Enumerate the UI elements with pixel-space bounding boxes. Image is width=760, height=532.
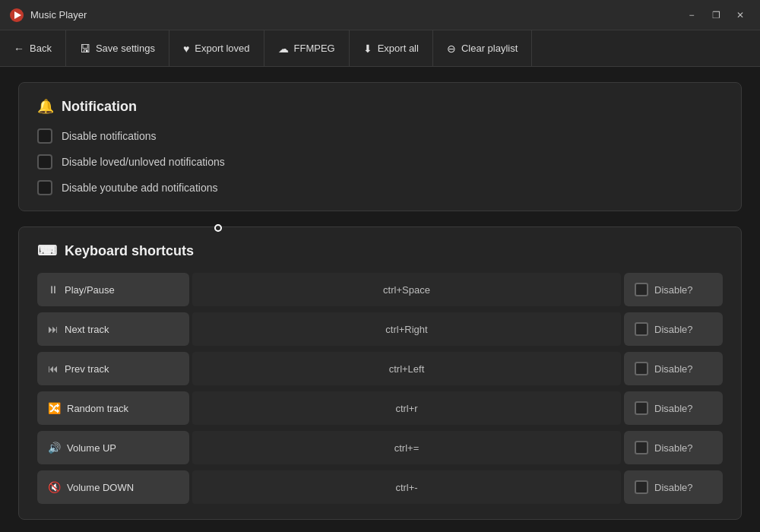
disable-notifications-label: Disable notifications [62,130,157,142]
export-loved-button[interactable]: ♥ Export loved [169,30,264,66]
main-content: 🔔 Notification Disable notifications Dis… [0,67,760,532]
heart-icon: ♥ [183,43,189,55]
shortcut-row-volume-up: 🔊 Volume UP ctrl+= Disable? [37,431,723,464]
title-bar-left: Music Player [9,8,87,23]
disable-loved-row: Disable loved/unloved notifications [37,154,723,169]
next-track-key: ctrl+Right [192,312,621,346]
back-label: Back [30,43,52,54]
play-pause-disable-label: Disable? [654,284,693,296]
volume-up-disable[interactable]: Disable? [624,431,723,464]
maximize-button[interactable]: ❐ [705,7,727,24]
prev-track-button[interactable]: ⏮ Prev track [37,352,189,385]
volume-up-disable-label: Disable? [654,442,693,454]
bell-icon: 🔔 [37,98,54,115]
back-button[interactable]: ← Back [0,30,66,66]
download-icon: ⬇ [363,43,372,55]
disable-loved-label: Disable loved/unloved notifications [62,156,225,168]
title-bar: Music Player − ❐ ✕ [0,0,760,30]
ffmpeg-label: FFMPEG [294,43,335,54]
volume-down-disable-label: Disable? [654,482,693,493]
prev-track-disable-checkbox[interactable] [635,362,648,375]
volume-up-button[interactable]: 🔊 Volume UP [37,431,189,464]
random-track-disable[interactable]: Disable? [624,391,723,425]
export-all-label: Export all [378,43,419,54]
shortcut-row-play-pause: ⏸ Play/Pause ctrl+Space Disable? [37,273,723,306]
random-track-disable-label: Disable? [654,403,693,414]
save-settings-button[interactable]: 🖫 Save settings [66,30,169,66]
clear-playlist-label: Clear playlist [461,43,518,54]
minus-circle-icon: ⊖ [447,43,456,55]
next-track-button[interactable]: ⏭ Next track [37,312,189,346]
random-track-button[interactable]: 🔀 Random track [37,391,189,425]
play-pause-disable[interactable]: Disable? [624,273,723,306]
random-track-key: ctrl+r [192,391,621,425]
volume-down-button[interactable]: 🔇 Volume DOWN [37,470,189,504]
volume-down-disable[interactable]: Disable? [624,470,723,504]
save-icon: 🖫 [80,43,90,55]
disable-notifications-checkbox[interactable] [37,128,52,144]
notification-section: 🔔 Notification Disable notifications Dis… [18,82,742,211]
disable-notifications-row: Disable notifications [37,128,723,144]
keyboard-icon: ⌨ [37,242,57,259]
volume-down-icon: 🔇 [48,481,61,493]
shortcut-row-random-track: 🔀 Random track ctrl+r Disable? [37,391,723,425]
prev-track-disable-label: Disable? [654,363,693,375]
shortcut-row-volume-down: 🔇 Volume DOWN ctrl+- Disable? [37,470,723,504]
clear-playlist-button[interactable]: ⊖ Clear playlist [433,30,532,66]
play-pause-icon: ⏸ [48,283,59,296]
play-pause-disable-checkbox[interactable] [635,283,648,296]
export-loved-label: Export loved [195,43,249,54]
save-label: Save settings [96,43,155,54]
disable-youtube-label: Disable youtube add notifications [62,182,217,194]
disable-youtube-row: Disable youtube add notifications [37,180,723,195]
shortcut-row-prev-track: ⏮ Prev track ctrl+Left Disable? [37,352,723,385]
disable-youtube-checkbox[interactable] [37,180,52,195]
prev-track-key: ctrl+Left [192,352,621,385]
play-pause-key: ctrl+Space [192,273,621,306]
shortcuts-section: ⌨ Keyboard shortcuts ⏸ Play/Pause ctrl+S… [18,226,742,520]
random-track-disable-checkbox[interactable] [635,401,648,415]
app-icon [9,8,24,23]
volume-up-key: ctrl+= [192,431,621,464]
prev-track-disable[interactable]: Disable? [624,352,723,385]
shortcut-row-next-track: ⏭ Next track ctrl+Right Disable? [37,312,723,346]
export-all-button[interactable]: ⬇ Export all [350,30,433,66]
shortcuts-title: ⌨ Keyboard shortcuts [37,242,723,259]
volume-up-disable-checkbox[interactable] [635,441,648,454]
volume-down-disable-checkbox[interactable] [635,480,648,494]
prev-track-icon: ⏮ [48,363,59,375]
random-track-icon: 🔀 [48,402,61,414]
next-track-icon: ⏭ [48,323,59,335]
volume-down-key: ctrl+- [192,470,621,504]
app-title: Music Player [30,9,87,21]
next-track-disable[interactable]: Disable? [624,312,723,346]
next-track-disable-label: Disable? [654,324,693,335]
back-icon: ← [14,43,24,55]
cloud-icon: ☁ [278,43,289,55]
window-controls: − ❐ ✕ [681,7,751,24]
volume-up-icon: 🔊 [48,442,61,454]
ffmpeg-button[interactable]: ☁ FFMPEG [264,30,350,66]
close-button[interactable]: ✕ [730,7,751,24]
minimize-button[interactable]: − [681,7,702,24]
disable-loved-checkbox[interactable] [37,154,52,169]
play-pause-button[interactable]: ⏸ Play/Pause [37,273,189,306]
toolbar: ← Back 🖫 Save settings ♥ Export loved ☁ … [0,30,760,67]
next-track-disable-checkbox[interactable] [635,322,648,336]
notification-title: 🔔 Notification [37,98,723,115]
